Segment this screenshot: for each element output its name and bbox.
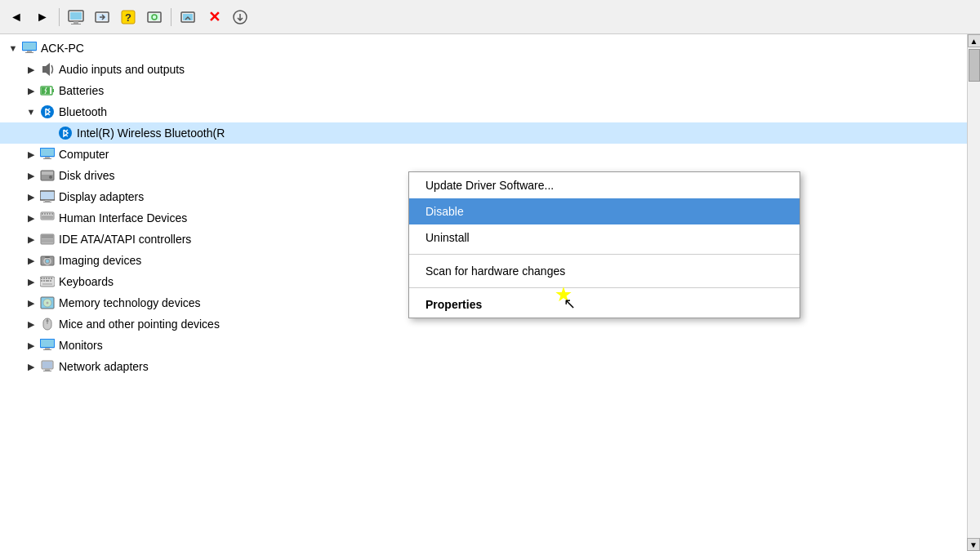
expand-network[interactable]: ▶	[24, 360, 38, 373]
update-driver-icon	[94, 9, 110, 25]
scrollbar-up[interactable]: ▲	[968, 34, 981, 47]
display-label: Display adapters	[59, 190, 144, 203]
expand-mice[interactable]: ▶	[24, 318, 38, 331]
imaging-label: Imaging devices	[59, 254, 141, 267]
monitors-icon	[39, 337, 56, 353]
update-driver-button[interactable]	[91, 6, 114, 29]
tree-item-computer[interactable]: ▶ Computer	[0, 144, 967, 165]
context-menu: Update Driver Software... Disable Uninst…	[408, 171, 800, 318]
audio-icon	[39, 61, 56, 78]
keyboard-icon	[39, 273, 56, 290]
computer-icon-2	[39, 146, 56, 162]
back-button[interactable]: ◄	[5, 6, 28, 29]
tree-item-network[interactable]: ▶ Network adapters	[0, 356, 967, 377]
context-menu-properties[interactable]: Properties	[409, 291, 800, 318]
expand-imaging[interactable]: ▶	[24, 254, 38, 267]
expand-ack-pc[interactable]: ▼	[7, 42, 20, 55]
context-menu-separator-2	[409, 287, 800, 288]
disk-icon	[39, 167, 56, 184]
svg-rect-16	[27, 51, 32, 52]
svg-rect-67	[41, 340, 54, 347]
expand-audio[interactable]: ▶	[24, 63, 38, 76]
toolbar-separator-1	[59, 8, 60, 26]
svg-rect-40	[51, 213, 53, 215]
expand-computer[interactable]: ▶	[24, 148, 38, 161]
tree-item-intel-bt[interactable]: ▶ Intel(R) Wireless Bluetooth(R	[0, 122, 967, 144]
disk-label: Disk drives	[59, 169, 114, 182]
help-button[interactable]: ?	[117, 6, 140, 29]
context-menu-uninstall[interactable]: Uninstall	[409, 224, 800, 251]
forward-button[interactable]: ►	[31, 6, 54, 29]
expand-monitors[interactable]: ▶	[24, 339, 38, 352]
expand-display[interactable]: ▶	[24, 190, 38, 203]
svg-rect-20	[52, 89, 54, 92]
properties-icon	[68, 10, 84, 24]
remove-button[interactable]	[176, 6, 199, 29]
svg-rect-29	[42, 171, 53, 175]
scrollbar-down[interactable]: ▼	[967, 538, 980, 551]
svg-rect-43	[42, 235, 53, 238]
scrollbar[interactable]: ▲ ▼	[967, 34, 980, 551]
svg-point-23	[59, 127, 72, 140]
download-button[interactable]	[229, 6, 252, 29]
expand-keyboards[interactable]: ▶	[24, 275, 38, 288]
svg-rect-69	[43, 349, 51, 350]
svg-rect-32	[41, 192, 54, 199]
context-menu-separator-1	[409, 254, 800, 255]
ide-label: IDE ATA/ATAPI controllers	[59, 233, 191, 246]
monitors-label: Monitors	[59, 339, 103, 352]
context-menu-disable[interactable]: Disable	[409, 198, 800, 224]
svg-rect-15	[23, 42, 36, 50]
expand-bluetooth[interactable]: ▼	[24, 105, 38, 118]
svg-rect-26	[45, 157, 50, 158]
svg-rect-3	[71, 24, 81, 24]
scrollbar-thumb[interactable]	[969, 49, 980, 82]
svg-rect-68	[45, 348, 50, 349]
tree-item-ack-pc[interactable]: ▼ ACK-PC	[0, 38, 967, 59]
computer-label: Computer	[59, 148, 109, 161]
tree-item-audio[interactable]: ▶ Audio inputs and outputs	[0, 59, 967, 80]
svg-rect-25	[41, 149, 54, 156]
svg-rect-57	[46, 280, 49, 282]
svg-rect-2	[74, 21, 78, 24]
memory-icon	[39, 295, 56, 311]
svg-rect-37	[44, 213, 46, 215]
svg-rect-41	[42, 216, 53, 219]
svg-rect-33	[45, 200, 50, 202]
scan-button[interactable]	[143, 6, 166, 29]
context-menu-scan[interactable]: Scan for hardware changes	[409, 258, 800, 284]
hid-icon	[39, 210, 56, 226]
tree-item-monitors[interactable]: ▶ Monitors	[0, 335, 967, 356]
svg-rect-17	[25, 52, 33, 53]
expand-hid[interactable]: ▶	[24, 211, 38, 224]
svg-marker-18	[42, 63, 50, 76]
svg-rect-34	[43, 202, 51, 202]
computer-icon	[21, 40, 38, 56]
expand-disk[interactable]: ▶	[24, 169, 38, 182]
svg-rect-44	[42, 239, 53, 242]
bluetooth-icon	[39, 104, 56, 120]
toolbar-separator-2	[171, 8, 172, 26]
main-content: ▼ ACK-PC ▶ Audio inputs and outputs ▶ Ba…	[0, 34, 980, 551]
svg-rect-55	[41, 280, 42, 282]
tree-item-batteries[interactable]: ▶ Batteries	[0, 80, 967, 101]
expand-batteries[interactable]: ▶	[24, 84, 38, 97]
properties-button[interactable]	[65, 6, 87, 29]
svg-rect-36	[42, 213, 43, 215]
context-menu-update-driver[interactable]: Update Driver Software...	[409, 172, 800, 198]
svg-rect-72	[45, 369, 50, 371]
memory-label: Memory technology devices	[59, 296, 201, 309]
ack-pc-label: ACK-PC	[41, 42, 84, 55]
svg-rect-38	[47, 213, 48, 215]
expand-ide[interactable]: ▶	[24, 233, 38, 246]
svg-rect-27	[43, 158, 51, 159]
tree-item-bluetooth[interactable]: ▼ Bluetooth	[0, 101, 967, 122]
svg-point-30	[49, 176, 52, 179]
expand-memory[interactable]: ▶	[24, 296, 38, 309]
remove-icon	[180, 9, 196, 25]
keyboards-label: Keyboards	[59, 275, 114, 288]
svg-rect-39	[49, 213, 51, 215]
svg-point-22	[41, 105, 54, 118]
batteries-label: Batteries	[59, 84, 104, 97]
uninstall-button[interactable]: ✕	[203, 6, 225, 29]
